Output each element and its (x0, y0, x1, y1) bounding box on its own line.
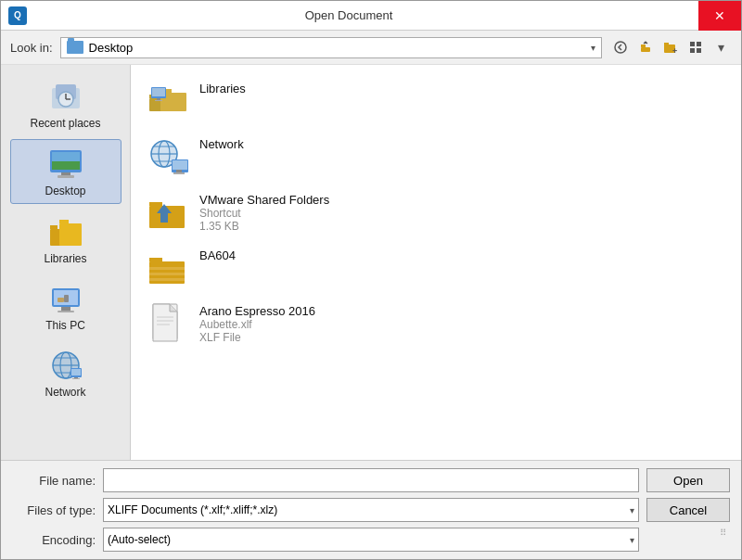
network-file-name: Network (199, 137, 244, 151)
file-item-ba604[interactable]: BA604 (138, 239, 734, 295)
svg-rect-1 (641, 47, 650, 52)
toolbar-icons: + ▾ (609, 36, 732, 58)
file-item-network[interactable]: Network (138, 128, 734, 184)
svg-rect-65 (149, 278, 185, 281)
titlebar-center: Open Document (27, 8, 698, 22)
encoding-arrow: ▾ (630, 535, 634, 545)
svg-rect-20 (58, 175, 74, 178)
svg-rect-28 (58, 311, 74, 312)
libraries-file-name: Libraries (199, 82, 246, 95)
sidebar-item-recent-places[interactable]: Recent places (10, 72, 122, 135)
svg-rect-23 (59, 223, 82, 246)
network-file-icon (146, 134, 190, 178)
arano-detail2: XLF File (199, 331, 315, 344)
svg-rect-64 (149, 273, 185, 275)
look-in-select[interactable]: Desktop ▾ (60, 37, 602, 58)
open-button[interactable]: Open (646, 468, 730, 492)
svg-rect-7 (697, 42, 701, 46)
sidebar-item-desktop-label: Desktop (45, 185, 85, 197)
vmware-detail2: 1.35 KB (199, 220, 329, 233)
dialog-title: Open Document (305, 8, 421, 22)
svg-rect-18 (52, 161, 80, 170)
svg-rect-63 (149, 267, 185, 270)
desktop-icon (47, 146, 84, 183)
look-in-value: Desktop (89, 41, 585, 55)
vmware-detail1: Shortcut (199, 207, 329, 220)
arano-file-icon (146, 300, 190, 345)
files-of-type-arrow: ▾ (630, 505, 634, 515)
open-document-dialog: Q Open Document ✕ Look in: Desktop ▾ + (0, 0, 742, 560)
encoding-label: Encoding: (12, 533, 96, 547)
file-name-input[interactable] (103, 468, 639, 492)
look-in-label: Look in: (10, 41, 53, 55)
svg-rect-9 (697, 48, 701, 53)
ba604-file-name: BA604 (199, 248, 236, 262)
network-icon (47, 347, 84, 384)
vmware-file-name: VMware Shared Folders (199, 193, 329, 207)
encoding-select[interactable]: (Auto-select) ▾ (103, 528, 639, 552)
sidebar: Recent places Desktop (1, 65, 131, 460)
sidebar-item-this-pc[interactable]: This PC (10, 274, 122, 337)
sidebar-item-this-pc-label: This PC (45, 319, 85, 332)
look-in-dropdown-arrow: ▾ (591, 43, 595, 53)
svg-rect-62 (149, 258, 162, 261)
recent-places-icon (47, 78, 84, 115)
toolbar-view-button[interactable] (684, 36, 707, 58)
file-item-libraries[interactable]: Libraries (138, 72, 734, 128)
files-of-type-row: Files of type: XLIFF Documents (*.xlf;*.… (12, 498, 730, 522)
files-of-type-select[interactable]: XLIFF Documents (*.xlf;*.xliff;*.xlz) ▾ (103, 498, 639, 522)
svg-rect-58 (173, 172, 185, 174)
svg-rect-48 (155, 100, 162, 101)
encoding-value: (Auto-select) (108, 533, 630, 546)
file-item-arano[interactable]: Arano Espresso 2016 Aubette.xlf XLF File (138, 295, 734, 350)
files-of-type-value: XLIFF Documents (*.xlf;*.xliff;*.xlz) (108, 503, 630, 516)
file-list: Libraries (131, 65, 741, 358)
svg-rect-8 (690, 48, 695, 53)
svg-rect-56 (173, 160, 187, 170)
svg-rect-46 (152, 88, 165, 96)
libraries-file-icon (146, 78, 190, 122)
svg-rect-60 (149, 202, 162, 206)
svg-rect-24 (59, 220, 69, 223)
svg-rect-6 (690, 42, 695, 46)
toolbar-back-button[interactable] (609, 36, 632, 58)
cancel-button[interactable]: Cancel (646, 498, 730, 522)
arano-detail1: Aubette.xlf (199, 318, 315, 331)
encoding-row: Encoding: (Auto-select) ▾ ⠿ (12, 528, 730, 552)
svg-rect-22 (50, 225, 58, 229)
svg-text:+: + (672, 46, 677, 54)
sidebar-item-network-label: Network (45, 386, 85, 399)
file-item-vmware[interactable]: VMware Shared Folders Shortcut 1.35 KB (138, 184, 734, 239)
file-name-row: File name: Open (12, 468, 730, 492)
svg-rect-38 (71, 369, 81, 375)
sidebar-item-libraries[interactable]: Libraries (10, 208, 122, 271)
ba604-file-icon (146, 245, 190, 289)
sidebar-item-libraries-label: Libraries (44, 252, 86, 265)
svg-point-0 (615, 42, 626, 53)
svg-rect-47 (157, 98, 160, 100)
sidebar-item-desktop[interactable]: Desktop (10, 139, 122, 204)
main-content: Recent places Desktop (1, 65, 741, 460)
titlebar: Q Open Document ✕ (1, 1, 741, 31)
toolbar-up-button[interactable] (634, 36, 657, 58)
bottom-bar: File name: Open Files of type: XLIFF Doc… (1, 460, 741, 559)
vmware-file-icon (146, 189, 190, 234)
svg-rect-4 (664, 43, 669, 45)
toolbar-view-dropdown[interactable]: ▾ (710, 36, 732, 58)
svg-rect-17 (52, 152, 80, 161)
file-name-label: File name: (12, 474, 96, 488)
toolbar-new-folder-button[interactable]: + (659, 36, 682, 58)
sidebar-item-network[interactable]: Network (10, 341, 122, 404)
folder-icon-sm (67, 41, 83, 54)
arano-file-name: Arano Espresso 2016 (199, 304, 315, 318)
close-button[interactable]: ✕ (698, 1, 741, 31)
app-icon: Q (8, 6, 27, 25)
file-list-container[interactable]: Libraries (131, 65, 741, 460)
svg-rect-29 (58, 298, 64, 302)
resize-grip: ⠿ (720, 528, 726, 538)
svg-rect-57 (176, 170, 182, 172)
this-pc-icon (47, 280, 84, 317)
files-of-type-label: Files of type: (12, 503, 96, 517)
svg-rect-2 (641, 45, 646, 47)
libraries-icon (47, 213, 84, 250)
